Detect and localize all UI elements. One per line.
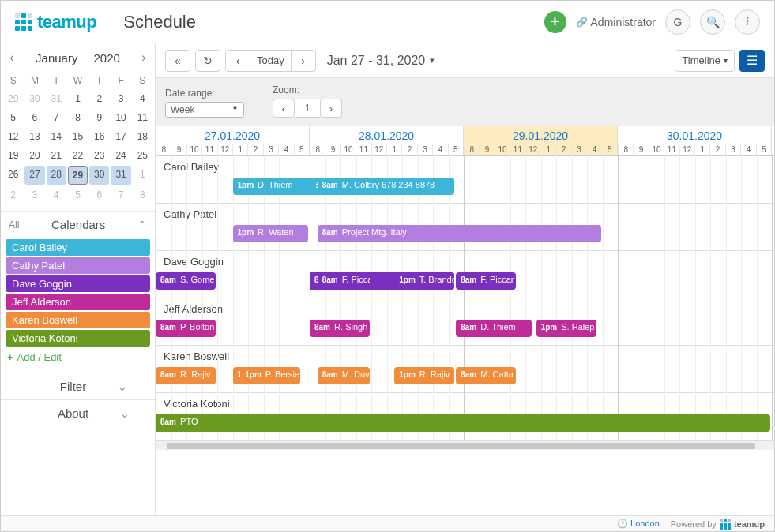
zoom-in-button[interactable]: › [320, 99, 342, 118]
nav-next-button[interactable]: › [291, 50, 316, 72]
timeline-row[interactable]: Karen Boswell8am R. Rajiv1pm M. Cattar1p… [156, 346, 774, 393]
mini-cal-day[interactable]: 9 [89, 109, 109, 126]
event[interactable]: 1pm R. Rajiv [394, 367, 454, 384]
mini-cal-day[interactable]: 27 [24, 166, 44, 185]
calendar-chip[interactable]: Cathy Patel [6, 257, 150, 274]
mini-cal-day[interactable]: 14 [47, 128, 66, 145]
about-header[interactable]: About ⌄ [1, 399, 155, 426]
mini-cal-day[interactable]: 24 [111, 147, 130, 164]
mini-cal-day[interactable]: 16 [89, 128, 109, 145]
mini-cal-day[interactable]: 22 [68, 147, 88, 164]
date-range-select[interactable]: Week [165, 102, 244, 118]
calendar-chip[interactable]: Jeff Alderson [6, 294, 150, 310]
mini-cal-day[interactable]: 5 [3, 109, 23, 126]
calendar-chip[interactable]: Karen Boswell [6, 312, 150, 328]
today-button[interactable]: Today [250, 50, 292, 72]
event[interactable]: 1pm T. Brando [394, 272, 454, 290]
info-button[interactable]: i [735, 9, 760, 35]
event[interactable]: 8am S. Gome [156, 272, 216, 290]
timeline-row[interactable]: Jeff Alderson8am P. Bolton8am R. Singh8a… [156, 298, 774, 346]
timeline-row[interactable]: Cathy Patel1pm R. Waten8am Project Mtg. … [156, 204, 774, 251]
scroll-thumb[interactable] [167, 443, 755, 449]
mini-cal-day[interactable]: 31 [111, 166, 130, 185]
add-button[interactable]: + [544, 11, 566, 33]
timezone-label[interactable]: London [630, 519, 660, 528]
mini-cal-day[interactable]: 2 [89, 90, 109, 107]
logo[interactable]: teamup [15, 12, 96, 32]
mini-cal-day[interactable]: 4 [47, 186, 66, 204]
timeline-row[interactable]: Victoria Kotoni8am PTO [156, 393, 774, 440]
mini-cal-next[interactable]: › [136, 50, 152, 66]
mini-cal-day[interactable]: 31 [47, 90, 66, 107]
timeline-row[interactable]: Dave Goggin8am S. Gome8am PTO8am F. Picc… [156, 251, 774, 298]
event[interactable]: 8am F. Piccar [318, 272, 370, 290]
mini-cal-day[interactable]: 29 [68, 166, 88, 185]
timeline-row[interactable]: Carol Bailey8am S. Halep1pm D. Thiem8am … [156, 156, 774, 204]
all-label[interactable]: All [9, 219, 19, 230]
calendars-header[interactable]: All Calendars ⌃ [1, 211, 155, 238]
event[interactable]: 8am M. Duval [318, 367, 370, 384]
event[interactable]: 8am P. Bolton [156, 320, 216, 337]
event[interactable]: 8am M. Catta [456, 367, 516, 384]
mini-cal-day[interactable]: 6 [89, 186, 109, 204]
add-edit-calendars[interactable]: + Add / Edit [6, 348, 150, 366]
mini-cal-day[interactable]: 12 [3, 128, 23, 145]
mini-cal-month[interactable]: January [36, 51, 77, 65]
event[interactable]: 1pm S. Halep [536, 320, 596, 337]
mini-cal-day[interactable]: 8 [68, 109, 88, 126]
horizontal-scrollbar[interactable] [156, 440, 774, 450]
mini-cal-day[interactable]: 25 [133, 147, 152, 164]
day-label[interactable]: 27.01.2020 [156, 126, 309, 144]
mini-cal-day[interactable]: 26 [3, 166, 23, 185]
timeline-rows[interactable]: Carol Bailey8am S. Halep1pm D. Thiem8am … [156, 156, 774, 440]
mini-cal-day[interactable]: 10 [111, 109, 130, 126]
mini-cal-day[interactable]: 18 [133, 128, 152, 145]
mini-cal-day[interactable]: 28 [47, 166, 66, 185]
calendar-chip[interactable]: Victoria Kotoni [6, 330, 150, 347]
nav-prev-button[interactable]: ‹ [225, 50, 250, 72]
mini-cal-day[interactable]: 11 [133, 109, 152, 126]
mini-cal-day[interactable]: 15 [68, 128, 88, 145]
calendar-chip[interactable]: Carol Bailey [6, 239, 150, 256]
event[interactable]: 8am M. Colbry 678 234 8878 [318, 178, 455, 195]
mini-cal-day[interactable]: 4 [133, 90, 152, 107]
mini-cal-day[interactable]: 20 [24, 147, 44, 164]
mini-cal-day[interactable]: 29 [3, 90, 23, 107]
date-range-button[interactable]: Jan 27 - 31, 2020 ▾ [327, 54, 435, 68]
mini-cal-day[interactable]: 19 [3, 147, 23, 164]
mini-cal-day[interactable]: 30 [24, 90, 44, 107]
mini-cal-day[interactable]: 6 [24, 109, 44, 126]
event[interactable]: 8am PTO [156, 414, 770, 432]
mini-cal-day[interactable]: 8 [133, 186, 152, 204]
view-select[interactable]: Timeline ▾ [675, 50, 735, 72]
mini-cal-day[interactable]: 13 [24, 128, 44, 145]
nav-first-button[interactable]: « [165, 50, 190, 72]
mini-cal-day[interactable]: 1 [68, 90, 88, 107]
mini-cal-day[interactable]: 1 [133, 166, 152, 185]
day-label[interactable]: 28.01.2020 [310, 126, 463, 144]
mini-cal-day[interactable]: 3 [24, 186, 44, 204]
day-label[interactable]: 30.01.2020 [618, 126, 771, 144]
event[interactable]: 1pm R. Waten [233, 225, 309, 242]
event[interactable]: 8am R. Singh [310, 320, 370, 337]
event[interactable]: 1pm P. Bersie [240, 367, 300, 384]
mini-cal-day[interactable]: 5 [68, 186, 88, 204]
refresh-button[interactable]: ↻ [195, 50, 220, 72]
mini-cal-day[interactable]: 21 [47, 147, 66, 164]
admin-link[interactable]: 🔗 Administrator [576, 16, 656, 28]
google-button[interactable]: G [665, 9, 690, 35]
mini-cal-year[interactable]: 2020 [94, 51, 120, 65]
day-label[interactable]: 29.01.2020 [464, 126, 617, 144]
search-button[interactable]: 🔍 [700, 9, 725, 35]
mini-cal-day[interactable]: 7 [111, 186, 130, 204]
mini-cal-day[interactable]: 7 [47, 109, 66, 126]
filter-header[interactable]: Filter ⌄ [1, 373, 155, 399]
mini-cal-day[interactable]: 23 [89, 147, 109, 164]
timezone-link[interactable]: 🕑 London [617, 519, 660, 529]
mini-cal-day[interactable]: 30 [89, 166, 109, 185]
mini-cal-prev[interactable]: ‹ [4, 50, 20, 66]
zoom-out-button[interactable]: ‹ [273, 99, 295, 118]
menu-button[interactable]: ☰ [739, 50, 765, 72]
event[interactable]: 8am F. Piccar [456, 272, 516, 290]
event[interactable]: 1pm D. Thiem [233, 178, 316, 195]
